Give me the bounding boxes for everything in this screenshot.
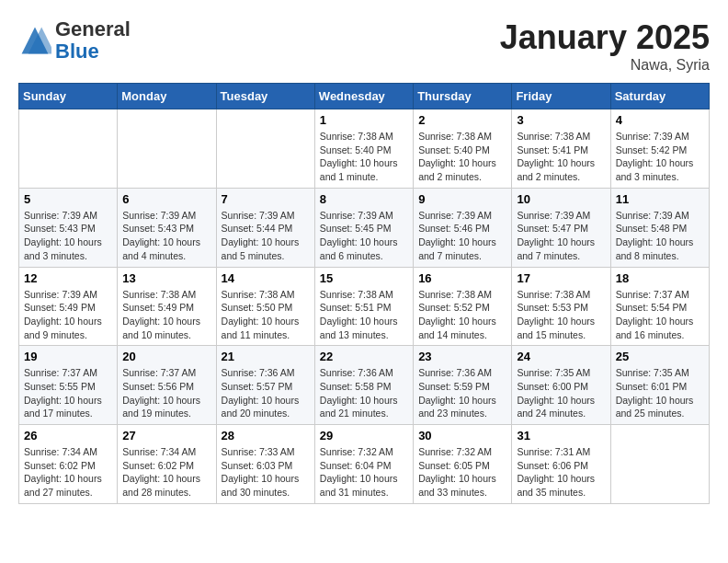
day-number: 23 xyxy=(418,350,506,363)
day-info: Sunrise: 7:37 AMSunset: 5:55 PMDaylight:… xyxy=(24,366,112,420)
day-number: 1 xyxy=(320,113,408,127)
day-cell: 20Sunrise: 7:37 AMSunset: 5:56 PMDayligh… xyxy=(118,346,216,425)
day-info: Sunrise: 7:37 AMSunset: 5:56 PMDaylight:… xyxy=(122,366,210,420)
day-cell: 6Sunrise: 7:39 AMSunset: 5:43 PMDaylight… xyxy=(118,188,216,267)
day-cell xyxy=(118,109,216,189)
day-info: Sunrise: 7:32 AMSunset: 6:05 PMDaylight:… xyxy=(418,445,506,500)
logo-blue-text: Blue xyxy=(55,40,99,63)
day-info: Sunrise: 7:39 AMSunset: 5:47 PMDaylight:… xyxy=(517,209,605,263)
day-number: 4 xyxy=(616,113,704,127)
day-info: Sunrise: 7:34 AMSunset: 6:02 PMDaylight:… xyxy=(24,445,112,500)
day-cell: 25Sunrise: 7:35 AMSunset: 6:01 PMDayligh… xyxy=(610,346,709,425)
day-info: Sunrise: 7:38 AMSunset: 5:51 PMDaylight:… xyxy=(320,288,408,342)
day-number: 12 xyxy=(24,271,112,285)
day-cell: 11Sunrise: 7:39 AMSunset: 5:48 PMDayligh… xyxy=(610,188,709,267)
day-info: Sunrise: 7:35 AMSunset: 6:01 PMDaylight:… xyxy=(616,366,704,420)
day-cell: 17Sunrise: 7:38 AMSunset: 5:53 PMDayligh… xyxy=(512,267,610,346)
day-cell: 3Sunrise: 7:38 AMSunset: 5:41 PMDaylight… xyxy=(512,109,610,189)
weekday-header-thursday: Thursday xyxy=(414,84,512,109)
day-number: 22 xyxy=(320,350,408,363)
day-number: 14 xyxy=(222,271,310,285)
week-row-4: 19Sunrise: 7:37 AMSunset: 5:55 PMDayligh… xyxy=(19,346,710,425)
day-number: 19 xyxy=(24,350,112,363)
day-info: Sunrise: 7:38 AMSunset: 5:50 PMDaylight:… xyxy=(222,288,310,342)
day-cell xyxy=(610,425,709,504)
day-cell: 7Sunrise: 7:39 AMSunset: 5:44 PMDaylight… xyxy=(216,188,314,267)
day-info: Sunrise: 7:38 AMSunset: 5:52 PMDaylight:… xyxy=(418,288,506,342)
weekday-header-friday: Friday xyxy=(512,84,610,109)
day-number: 6 xyxy=(122,192,210,206)
day-number: 16 xyxy=(418,271,506,285)
day-info: Sunrise: 7:38 AMSunset: 5:41 PMDaylight:… xyxy=(517,130,605,184)
day-info: Sunrise: 7:38 AMSunset: 5:40 PMDaylight:… xyxy=(418,130,506,184)
calendar-table: SundayMondayTuesdayWednesdayThursdayFrid… xyxy=(18,83,710,504)
day-cell: 31Sunrise: 7:31 AMSunset: 6:06 PMDayligh… xyxy=(512,425,610,504)
day-number: 21 xyxy=(222,350,310,363)
day-number: 31 xyxy=(517,429,605,442)
day-cell: 28Sunrise: 7:33 AMSunset: 6:03 PMDayligh… xyxy=(216,425,314,504)
day-info: Sunrise: 7:39 AMSunset: 5:46 PMDaylight:… xyxy=(418,209,506,263)
day-number: 24 xyxy=(517,350,605,363)
day-info: Sunrise: 7:38 AMSunset: 5:40 PMDaylight:… xyxy=(320,130,408,184)
day-info: Sunrise: 7:37 AMSunset: 5:54 PMDaylight:… xyxy=(616,288,704,342)
day-info: Sunrise: 7:39 AMSunset: 5:43 PMDaylight:… xyxy=(122,209,210,263)
week-row-5: 26Sunrise: 7:34 AMSunset: 6:02 PMDayligh… xyxy=(19,425,710,504)
day-number: 2 xyxy=(418,113,506,127)
day-cell: 9Sunrise: 7:39 AMSunset: 5:46 PMDaylight… xyxy=(414,188,512,267)
title-block: January 2025 Nawa, Syria xyxy=(500,18,710,74)
day-number: 30 xyxy=(418,429,506,442)
day-cell: 19Sunrise: 7:37 AMSunset: 5:55 PMDayligh… xyxy=(19,346,118,425)
day-info: Sunrise: 7:35 AMSunset: 6:00 PMDaylight:… xyxy=(517,366,605,420)
day-info: Sunrise: 7:39 AMSunset: 5:49 PMDaylight:… xyxy=(24,288,112,342)
day-cell: 16Sunrise: 7:38 AMSunset: 5:52 PMDayligh… xyxy=(414,267,512,346)
day-info: Sunrise: 7:39 AMSunset: 5:45 PMDaylight:… xyxy=(320,209,408,263)
day-number: 9 xyxy=(418,192,506,206)
day-cell: 14Sunrise: 7:38 AMSunset: 5:50 PMDayligh… xyxy=(216,267,314,346)
weekday-header-tuesday: Tuesday xyxy=(216,84,314,109)
day-cell: 26Sunrise: 7:34 AMSunset: 6:02 PMDayligh… xyxy=(19,425,118,504)
weekday-header-monday: Monday xyxy=(118,84,216,109)
day-cell: 29Sunrise: 7:32 AMSunset: 6:04 PMDayligh… xyxy=(314,425,413,504)
month-title: January 2025 xyxy=(500,18,710,57)
logo: General Blue xyxy=(18,18,131,63)
day-cell: 30Sunrise: 7:32 AMSunset: 6:05 PMDayligh… xyxy=(414,425,512,504)
day-cell: 21Sunrise: 7:36 AMSunset: 5:57 PMDayligh… xyxy=(216,346,314,425)
day-number: 25 xyxy=(616,350,704,363)
week-row-1: 1Sunrise: 7:38 AMSunset: 5:40 PMDaylight… xyxy=(19,109,710,189)
day-number: 29 xyxy=(320,429,408,442)
day-info: Sunrise: 7:36 AMSunset: 5:58 PMDaylight:… xyxy=(320,366,408,420)
day-number: 11 xyxy=(616,192,704,206)
day-cell: 23Sunrise: 7:36 AMSunset: 5:59 PMDayligh… xyxy=(414,346,512,425)
day-number: 8 xyxy=(320,192,408,206)
day-number: 15 xyxy=(320,271,408,285)
day-cell: 22Sunrise: 7:36 AMSunset: 5:58 PMDayligh… xyxy=(314,346,413,425)
day-cell: 1Sunrise: 7:38 AMSunset: 5:40 PMDaylight… xyxy=(314,109,413,189)
weekday-header-wednesday: Wednesday xyxy=(314,84,413,109)
day-number: 13 xyxy=(122,271,210,285)
day-cell: 2Sunrise: 7:38 AMSunset: 5:40 PMDaylight… xyxy=(414,109,512,189)
weekday-header-saturday: Saturday xyxy=(610,84,709,109)
week-row-2: 5Sunrise: 7:39 AMSunset: 5:43 PMDaylight… xyxy=(19,188,710,267)
day-number: 17 xyxy=(517,271,605,285)
day-number: 10 xyxy=(517,192,605,206)
day-info: Sunrise: 7:38 AMSunset: 5:49 PMDaylight:… xyxy=(122,288,210,342)
day-cell: 4Sunrise: 7:39 AMSunset: 5:42 PMDaylight… xyxy=(610,109,709,189)
week-row-3: 12Sunrise: 7:39 AMSunset: 5:49 PMDayligh… xyxy=(19,267,710,346)
day-number: 18 xyxy=(616,271,704,285)
weekday-header-row: SundayMondayTuesdayWednesdayThursdayFrid… xyxy=(19,84,710,109)
day-info: Sunrise: 7:39 AMSunset: 5:43 PMDaylight:… xyxy=(24,209,112,263)
day-cell: 27Sunrise: 7:34 AMSunset: 6:02 PMDayligh… xyxy=(118,425,216,504)
page-header: General Blue January 2025 Nawa, Syria xyxy=(18,18,710,74)
day-cell: 10Sunrise: 7:39 AMSunset: 5:47 PMDayligh… xyxy=(512,188,610,267)
day-info: Sunrise: 7:33 AMSunset: 6:03 PMDaylight:… xyxy=(222,445,310,500)
day-cell: 8Sunrise: 7:39 AMSunset: 5:45 PMDaylight… xyxy=(314,188,413,267)
day-number: 3 xyxy=(517,113,605,127)
day-info: Sunrise: 7:31 AMSunset: 6:06 PMDaylight:… xyxy=(517,445,605,500)
day-info: Sunrise: 7:38 AMSunset: 5:53 PMDaylight:… xyxy=(517,288,605,342)
logo-icon xyxy=(18,24,51,57)
day-info: Sunrise: 7:39 AMSunset: 5:44 PMDaylight:… xyxy=(222,209,310,263)
day-info: Sunrise: 7:36 AMSunset: 5:59 PMDaylight:… xyxy=(418,366,506,420)
day-cell: 5Sunrise: 7:39 AMSunset: 5:43 PMDaylight… xyxy=(19,188,118,267)
day-cell: 24Sunrise: 7:35 AMSunset: 6:00 PMDayligh… xyxy=(512,346,610,425)
location: Nawa, Syria xyxy=(500,57,710,74)
